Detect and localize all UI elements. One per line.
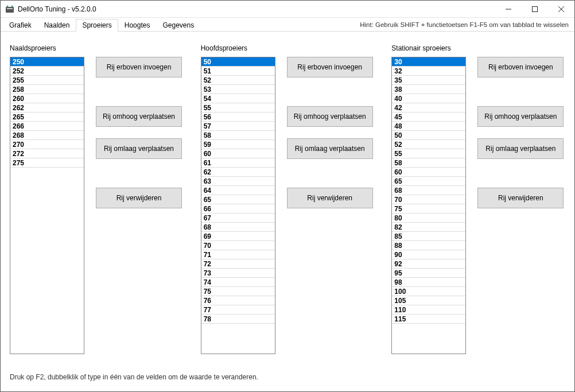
list-item[interactable]: 265 xyxy=(10,112,84,122)
list-item[interactable]: 260 xyxy=(10,94,84,103)
tab-hoogtes[interactable]: Hoogtes xyxy=(118,19,157,32)
insert-above-button[interactable]: Rij erboven invoegen xyxy=(96,57,182,77)
list-item[interactable]: 58 xyxy=(392,158,465,168)
footer-text: Druk op F2, dubbelklik of type in één va… xyxy=(1,365,574,391)
delete-row-button[interactable]: Rij verwijderen xyxy=(287,188,373,208)
list-item[interactable]: 69 xyxy=(201,232,275,241)
list-item[interactable]: 105 xyxy=(392,296,465,305)
move-up-button[interactable]: Rij omhoog verplaatsen xyxy=(96,106,182,127)
list-item[interactable]: 266 xyxy=(10,122,84,131)
tab-gegevens[interactable]: Gegevens xyxy=(156,19,200,32)
list-item[interactable]: 270 xyxy=(10,140,84,149)
list-item[interactable]: 59 xyxy=(201,140,275,149)
list-item[interactable]: 76 xyxy=(201,296,275,305)
list-item[interactable]: 60 xyxy=(201,149,275,158)
list-item[interactable]: 42 xyxy=(392,103,465,112)
list-item[interactable]: 68 xyxy=(392,186,465,195)
list-item[interactable]: 71 xyxy=(201,250,275,259)
list-item[interactable]: 52 xyxy=(201,76,275,85)
move-down-button[interactable]: Rij omlaag verplaatsen xyxy=(477,138,564,159)
list-item[interactable]: 268 xyxy=(10,131,84,140)
list-item[interactable]: 50 xyxy=(201,57,275,67)
list-item[interactable]: 61 xyxy=(201,158,275,168)
column-header: Stationair sproeiers xyxy=(391,44,565,52)
list-item[interactable]: 32 xyxy=(392,67,465,76)
list-item[interactable]: 55 xyxy=(392,149,465,158)
list-item[interactable]: 45 xyxy=(392,112,465,122)
column-stationair-sproeiers: Stationair sproeiers30323538404245485052… xyxy=(391,44,565,365)
list-item[interactable]: 58 xyxy=(201,131,275,140)
list-item[interactable]: 275 xyxy=(10,158,84,168)
list-item[interactable]: 70 xyxy=(201,241,275,250)
list-item[interactable]: 40 xyxy=(392,94,465,103)
list-item[interactable]: 50 xyxy=(392,131,465,140)
list-item[interactable]: 57 xyxy=(201,122,275,131)
list-item[interactable]: 53 xyxy=(201,85,275,94)
insert-above-button[interactable]: Rij erboven invoegen xyxy=(477,57,564,77)
list-item[interactable]: 35 xyxy=(392,76,465,85)
list-item[interactable]: 48 xyxy=(392,122,465,131)
delete-row-button[interactable]: Rij verwijderen xyxy=(477,188,564,208)
list-item[interactable]: 92 xyxy=(392,259,465,269)
list-item[interactable]: 95 xyxy=(392,269,465,278)
move-up-button[interactable]: Rij omhoog verplaatsen xyxy=(477,106,564,127)
list-item[interactable]: 73 xyxy=(201,269,275,278)
list-item[interactable]: 258 xyxy=(10,85,84,94)
list-item[interactable]: 74 xyxy=(201,278,275,287)
list-item[interactable]: 30 xyxy=(392,57,465,67)
move-up-button[interactable]: Rij omhoog verplaatsen xyxy=(287,106,373,127)
tab-sproeiers[interactable]: Sproeiers xyxy=(76,19,118,32)
list-item[interactable]: 65 xyxy=(201,195,275,204)
list-item[interactable]: 77 xyxy=(201,305,275,315)
list-item[interactable]: 62 xyxy=(201,168,275,177)
list-item[interactable]: 78 xyxy=(201,315,275,324)
list-item[interactable]: 252 xyxy=(10,67,84,76)
list-item[interactable]: 75 xyxy=(392,204,465,214)
list-item[interactable]: 72 xyxy=(201,259,275,269)
button-stack: Rij erboven invoegenRij omhoog verplaats… xyxy=(477,57,564,365)
list-item[interactable]: 64 xyxy=(201,186,275,195)
tab-naalden[interactable]: Naalden xyxy=(38,19,76,32)
list-item[interactable]: 38 xyxy=(392,85,465,94)
list-item[interactable]: 66 xyxy=(201,204,275,214)
list-item[interactable]: 100 xyxy=(392,287,465,296)
listbox-naaldsproeiers[interactable]: 250252255258260262265266268270272275 xyxy=(10,57,84,354)
list-item[interactable]: 51 xyxy=(201,67,275,76)
list-item[interactable]: 70 xyxy=(392,195,465,204)
move-down-button[interactable]: Rij omlaag verplaatsen xyxy=(287,138,373,159)
list-item[interactable]: 90 xyxy=(392,250,465,259)
list-item[interactable]: 88 xyxy=(392,241,465,250)
list-item[interactable]: 67 xyxy=(201,214,275,223)
content-area: Naaldsproeiers25025225525826026226526626… xyxy=(1,32,574,365)
list-item[interactable]: 115 xyxy=(392,315,465,324)
delete-row-button[interactable]: Rij verwijderen xyxy=(96,188,182,208)
list-item[interactable]: 75 xyxy=(201,287,275,296)
listbox-hoofdsproeiers[interactable]: 5051525354555657585960616263646566676869… xyxy=(201,57,275,354)
list-item[interactable]: 80 xyxy=(392,214,465,223)
list-item[interactable]: 63 xyxy=(201,177,275,186)
list-item[interactable]: 56 xyxy=(201,112,275,122)
svg-point-3 xyxy=(11,5,13,7)
insert-above-button[interactable]: Rij erboven invoegen xyxy=(287,57,373,77)
tab-grafiek[interactable]: Grafiek xyxy=(3,19,38,32)
maximize-button[interactable] xyxy=(522,1,548,17)
listbox-stationair-sproeiers[interactable]: 3032353840424548505255586065687075808285… xyxy=(391,57,466,354)
list-item[interactable]: 98 xyxy=(392,278,465,287)
list-item[interactable]: 68 xyxy=(201,223,275,232)
list-item[interactable]: 272 xyxy=(10,149,84,158)
move-down-button[interactable]: Rij omlaag verplaatsen xyxy=(96,138,182,159)
list-item[interactable]: 82 xyxy=(392,223,465,232)
close-button[interactable] xyxy=(548,1,574,17)
list-item[interactable]: 55 xyxy=(201,103,275,112)
list-item[interactable]: 54 xyxy=(201,94,275,103)
minimize-button[interactable] xyxy=(495,1,522,17)
list-item[interactable]: 65 xyxy=(392,177,465,186)
list-item[interactable]: 110 xyxy=(392,305,465,315)
list-item[interactable]: 262 xyxy=(10,103,84,112)
list-item[interactable]: 85 xyxy=(392,232,465,241)
list-item[interactable]: 60 xyxy=(392,168,465,177)
list-item[interactable]: 250 xyxy=(10,57,84,67)
list-item[interactable]: 52 xyxy=(392,140,465,149)
list-item[interactable]: 255 xyxy=(10,76,84,85)
hint-text: Hint: Gebruik SHIFT + functietoetsen F1-… xyxy=(360,21,572,28)
